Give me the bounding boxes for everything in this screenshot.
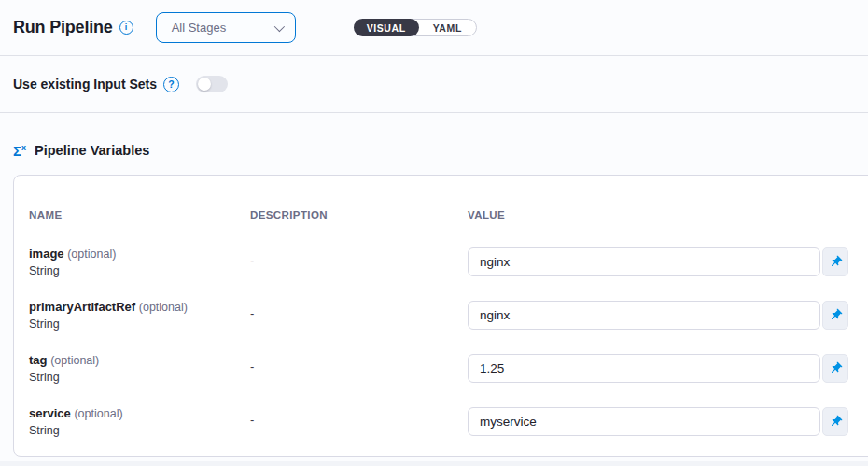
pipeline-variables-card: NAME DESCRIPTION VALUE image (optional) … [13,175,868,457]
info-icon[interactable]: i [119,21,133,35]
variable-value-group [468,247,848,276]
variable-name: primaryArtifactRef [29,300,135,314]
variable-optional-tag: (optional) [74,407,122,420]
pin-icon [825,305,845,325]
use-input-sets-toggle[interactable] [196,76,228,92]
variable-value-cell [468,354,848,383]
table-row: image (optional) String - [29,235,868,289]
table-row: primaryArtifactRef (optional) String - [29,289,868,342]
variable-optional-tag: (optional) [139,301,188,314]
use-input-sets-row: Use existing Input Sets ? [0,56,868,113]
variable-type: String [29,264,250,277]
column-header-value: VALUE [468,209,848,220]
variable-description: - [250,407,468,427]
pin-icon [825,412,845,431]
pin-button[interactable] [822,247,848,276]
variable-name-cell: tag (optional) String [29,354,250,384]
variable-value-cell [468,407,848,436]
variable-name: image [29,247,64,261]
variable-type: String [29,424,250,437]
variable-value-input[interactable] [468,354,820,383]
pin-icon [825,359,845,378]
variable-name: tag [29,353,48,367]
table-row: service (optional) String - [29,395,868,448]
column-header-description: DESCRIPTION [250,209,468,220]
tab-visual[interactable]: VISUAL [354,19,419,36]
stage-selector-value: All Stages [172,21,227,35]
variable-description: - [250,247,468,267]
variable-type: String [29,318,250,331]
page-title: Run Pipeline [13,18,113,37]
variable-value-cell [468,247,848,276]
pin-button[interactable] [822,354,848,383]
tab-yaml[interactable]: YAML [419,20,476,35]
variable-name-cell: image (optional) String [29,247,250,277]
toggle-knob [198,78,211,91]
pipeline-variables-title: Σx Pipeline Variables [0,143,868,158]
header: Run Pipeline i All Stages VISUAL YAML [0,0,868,56]
table-row: tag (optional) String - [29,342,868,395]
variable-name-cell: primaryArtifactRef (optional) String [29,301,250,331]
pin-button[interactable] [822,407,848,436]
help-icon[interactable]: ? [163,77,179,92]
variable-description: - [250,301,468,320]
variable-value-cell [468,301,848,330]
variable-value-group [468,407,848,436]
stage-selector-dropdown[interactable]: All Stages [156,12,296,43]
bottom-strip [0,461,868,466]
variable-optional-tag: (optional) [67,247,116,261]
variable-value-input[interactable] [468,407,820,436]
use-input-sets-label: Use existing Input Sets [13,77,157,92]
view-mode-toggle: VISUAL YAML [354,19,477,36]
variable-type: String [29,371,250,384]
variable-value-input[interactable] [468,247,820,276]
table-header: NAME DESCRIPTION VALUE [29,209,868,220]
variable-name-cell: service (optional) String [29,407,250,437]
variable-name: service [29,406,71,420]
variable-value-group [468,354,848,383]
variables-sigma-icon: Σx [13,144,26,158]
variable-value-input[interactable] [468,301,820,330]
variable-value-group [468,301,848,330]
column-header-name: NAME [29,209,250,220]
chevron-down-icon [273,21,284,31]
pin-icon [825,252,845,272]
variable-description: - [250,354,468,374]
pipeline-variables-section: Σx Pipeline Variables NAME DESCRIPTION V… [0,113,868,457]
section-title-text: Pipeline Variables [35,143,149,158]
variable-optional-tag: (optional) [50,354,99,367]
table-body: image (optional) String - primaryArtifac… [29,235,868,448]
pin-button[interactable] [822,301,848,330]
